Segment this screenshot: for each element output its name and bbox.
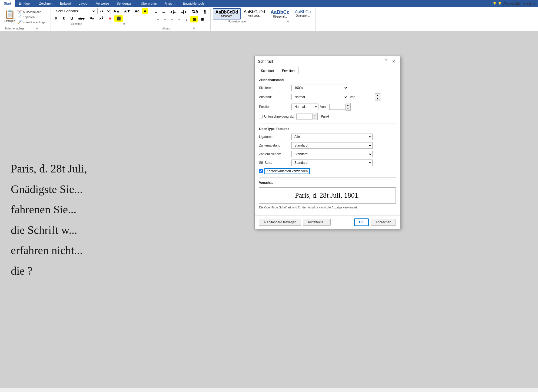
tab-sendungen[interactable]: Sendungen [113,0,137,7]
unterschneidung-up[interactable]: ▲ [313,113,317,117]
tab-schriftart[interactable]: Schriftart [257,67,278,74]
subscript-button[interactable]: X2 [88,15,96,22]
superscript-button[interactable]: X2 [97,15,105,22]
paragraph-expand-icon[interactable]: ⧉ [180,27,208,30]
font-row1: Kleist Ghonorez 24 A▲ A▼ Aa A [53,8,148,14]
abstand-von-up[interactable]: ▲ [375,94,380,97]
highlight-button[interactable]: A [142,8,148,14]
abstand-select[interactable]: Normal [291,94,348,100]
font-size-select[interactable]: 24 [97,8,111,14]
borders-button[interactable]: ⊞ [199,16,206,22]
style-heading1[interactable]: AaBbCc Überschri... [268,8,292,19]
dialog-close-button[interactable]: ✕ [390,58,397,65]
list-bullet-button[interactable]: ≡ [152,8,159,15]
shading-button[interactable]: ▧ [190,16,198,22]
stil-sets-select[interactable]: Standard [291,160,373,166]
cut-button[interactable]: ✂️ Ausschneiden [16,9,48,14]
unterschneidung-down[interactable]: ▼ [313,117,317,120]
skalieren-select[interactable]: 100% [291,85,348,91]
align-right-button[interactable]: ≡ [169,16,175,22]
help-search[interactable]: 💡 💡 Was möchten Sie tun? [490,0,538,7]
style-heading2[interactable]: AaBbCc Überschri... [293,8,313,19]
style-label-2: Kein Leer... [248,14,261,17]
align-left-button[interactable]: ≡ [155,16,161,22]
underline-button[interactable]: U [68,15,75,22]
dialog-body: Zeichenabstand Skalieren: 100% Abstand: [255,74,400,215]
tab-zeichnen[interactable]: Zeichnen [35,0,56,7]
position-von-up[interactable]: ▲ [346,103,350,107]
font-size-decrease-button[interactable]: A▼ [122,8,132,14]
position-select[interactable]: Normal [291,104,318,110]
texteffekte-button[interactable]: Texteffekte... [303,219,331,226]
position-von-down[interactable]: ▼ [346,107,350,110]
style-normal-highlighted[interactable]: AaBbCcDd Standard [213,8,241,19]
justify-button[interactable]: ≡ [176,16,183,22]
tab-ueberpruefen[interactable]: Überprüfen [137,0,161,7]
tab-ansicht[interactable]: Ansicht [161,0,179,7]
font-size-increase-button[interactable]: A▲ [112,8,121,14]
skalieren-control: 100% [291,85,396,91]
tab-einfuegen[interactable]: Einfügen [15,0,35,7]
help-text: 💡 Was möchten Sie tun? [498,2,535,5]
font-row2: F K U abc X2 X2 A ⬛ [53,15,123,22]
ligaturen-select[interactable]: Alle [291,134,373,140]
text-highlight-button[interactable]: ⬛ [114,15,123,22]
zahlenzeichen-select[interactable]: Standard [291,151,373,157]
unterschneidung-input[interactable] [296,114,313,119]
font-expand-icon[interactable]: ⧉ [101,22,148,25]
tab-erweitert[interactable]: Erweitert [278,67,299,74]
abstand-von-input[interactable] [359,94,375,100]
ok-button[interactable]: OK [354,218,369,226]
strikethrough-button[interactable]: abc [76,15,87,22]
tab-start[interactable]: Start [0,0,15,7]
indent-increase-button[interactable]: ≡▷ [179,8,189,15]
styles-group: AaBbCcDd Standard AaBbCcDd Kein Leer... … [211,8,316,31]
sort-button[interactable]: ⇅A [190,8,201,15]
tab-entwurf[interactable]: Entwurf [56,0,75,7]
align-center-button[interactable]: ≡ [162,16,168,22]
list-number-button[interactable]: ≡ [160,8,167,15]
unterschneidung-checkbox[interactable] [259,115,263,118]
clipboard-label: Zwischenablage ⧉ [3,26,48,30]
clear-format-button[interactable]: Aa [133,8,141,14]
style-preview-1: AaBbCcDd [215,10,238,15]
font-color-button[interactable]: A [107,15,113,22]
clipboard-expand-icon[interactable]: ⧉ [26,27,49,30]
zahlenabstand-row: Zahlenabstand: Standard [259,142,396,149]
paste-label: Einfügen [4,19,15,22]
paragraph-group: ≡ ≡ ◁≡ ≡▷ ⇅A ¶ ≡ ≡ ≡ ≡ ↕ ▧ ⊞ Absatz ⧉ [150,8,211,31]
als-standard-button[interactable]: Als Standard festlegen [259,219,301,226]
paragraph-mark-button[interactable]: ¶ [201,8,208,15]
format-transfer-label: Format übertragen [23,21,47,24]
kontextvarianten-checkbox[interactable] [259,169,263,173]
abbrechen-button[interactable]: Abbrechen [371,219,396,226]
dialog-help-button[interactable]: ? [383,58,389,65]
zeichenabstand-title: Zeichenabstand [259,78,396,82]
clipboard-buttons: ✂️ Ausschneiden 📄 Kopieren 🖌️ Format übe… [16,9,48,25]
copy-button[interactable]: 📄 Kopieren [16,14,48,19]
opentype-title: OpenType-Features [259,127,396,131]
italic-button[interactable]: K [61,15,67,22]
font-name-select[interactable]: Kleist Ghonorez [53,8,96,14]
tab-entwicklertools[interactable]: Entwicklertools [179,0,208,7]
indent-decrease-button[interactable]: ◁≡ [168,8,178,15]
paste-button[interactable]: 📋 Einfügen [3,8,16,24]
paragraph-content: ≡ ≡ ◁≡ ≡▷ ⇅A ¶ ≡ ≡ ≡ ≡ ↕ ▧ ⊞ [152,8,208,26]
style-no-spacing[interactable]: AaBbCcDd Kein Leer... [241,8,267,19]
position-von-input[interactable] [329,104,346,110]
styles-expand-icon[interactable]: ⧉ [263,20,313,23]
tab-layout[interactable]: Layout [75,0,92,7]
clipboard-group: 📋 Einfügen ✂️ Ausschneiden 📄 Kopieren 🖌️… [1,8,51,31]
clipboard-content: 📋 Einfügen ✂️ Ausschneiden 📄 Kopieren 🖌️… [3,8,48,26]
unterschneidung-buttons: ▲ ▼ [313,113,318,120]
zahlenzeichen-row: Zahlenzeichen: Standard [259,151,396,157]
skalieren-label: Skalieren: [259,86,291,90]
zahlenabstand-select[interactable]: Standard [291,142,373,149]
zahlenzeichen-label: Zahlenzeichen: [259,152,291,156]
line-spacing-button[interactable]: ↕ [183,16,190,22]
abstand-von-down[interactable]: ▼ [375,97,380,101]
bold-button[interactable]: F [53,15,59,22]
tab-verweise[interactable]: Verweise [92,0,113,7]
format-transfer-button[interactable]: 🖌️ Format übertragen [16,19,48,25]
zahlenabstand-control: Standard [291,142,396,149]
